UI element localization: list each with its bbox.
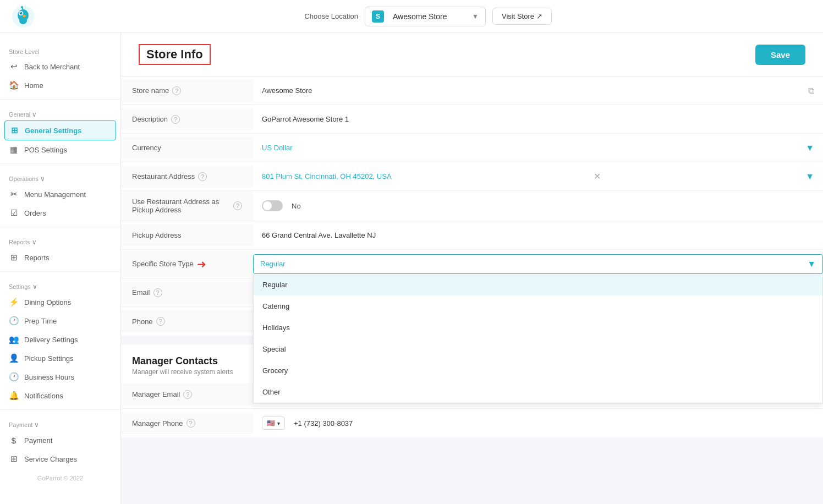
- restaurant-address-value-cell: 801 Plum St, Cincinnati, OH 45202, USA ✕…: [253, 165, 823, 188]
- manager-phone-value-cell: 🇺🇸 ▾ +1 (732) 300-8037: [253, 410, 823, 436]
- sidebar-home-label: Home: [24, 81, 43, 90]
- store-name-help-icon[interactable]: ?: [172, 86, 181, 95]
- content-header: Store Info Save: [121, 33, 823, 76]
- orders-icon: ☑: [9, 208, 19, 218]
- manager-phone-help-icon[interactable]: ?: [186, 419, 195, 428]
- dropdown-option-catering[interactable]: Catering: [254, 295, 822, 317]
- dropdown-option-grocery[interactable]: Grocery: [254, 360, 822, 381]
- sidebar-item-dining-options[interactable]: ⚡ Dining Options: [0, 293, 120, 311]
- sidebar-item-prep-time[interactable]: 🕐 Prep Time: [0, 311, 120, 330]
- sidebar-item-payment[interactable]: $ Payment: [0, 431, 120, 450]
- reports-chevron-icon: ∨: [32, 238, 37, 246]
- menu-icon: ✂: [9, 189, 19, 199]
- topbar-center: Choose Location S Awesome Store ▼ Visit …: [44, 7, 812, 26]
- store-name-value: Awesome Store: [262, 86, 312, 95]
- use-restaurant-address-toggle[interactable]: [262, 200, 283, 211]
- svg-point-8: [21, 6, 23, 8]
- dropdown-trigger[interactable]: Regular ▼: [253, 254, 823, 274]
- grid-icon: ⊞: [9, 125, 19, 135]
- operations-chevron-icon: ∨: [40, 175, 45, 183]
- dropdown-option-special[interactable]: Special: [254, 338, 822, 360]
- copy-icon[interactable]: ⧉: [808, 86, 814, 96]
- sidebar-pos-label: POS Settings: [24, 146, 67, 154]
- sidebar-item-home[interactable]: 🏠 Home: [0, 76, 120, 95]
- reports-icon: ⊞: [9, 253, 19, 262]
- restaurant-address-help-icon[interactable]: ?: [198, 172, 207, 181]
- flag-dropdown-icon: ▾: [277, 420, 280, 426]
- currency-label-cell: Currency: [121, 137, 253, 158]
- flag-emoji: 🇺🇸: [267, 419, 275, 427]
- description-help-icon[interactable]: ?: [171, 115, 180, 124]
- clear-icon[interactable]: ✕: [594, 171, 601, 182]
- sidebar-item-pos-settings[interactable]: ▦ POS Settings: [0, 140, 120, 159]
- sidebar-item-reports[interactable]: ⊞ Reports: [0, 248, 120, 267]
- sidebar-notifications-label: Notifications: [24, 392, 63, 400]
- sidebar-item-pickup-settings[interactable]: 👤 Pickup Settings: [0, 349, 120, 368]
- sidebar-menu-label: Menu Management: [24, 190, 86, 199]
- form-row-specific-store-type: Specific Store Type ➜ Regular ▼ Regular …: [121, 250, 823, 278]
- location-chevron-icon: ▼: [472, 13, 479, 20]
- phone-help-icon[interactable]: ?: [156, 317, 165, 326]
- dropdown-list: Regular Catering Holidays Special Grocer…: [253, 274, 823, 403]
- store-type-dropdown[interactable]: Regular ▼ Regular Catering Holidays Spec…: [253, 254, 823, 274]
- currency-value-cell[interactable]: US Dollar ▼: [253, 136, 823, 160]
- restaurant-address-value: 801 Plum St, Cincinnati, OH 45202, USA: [262, 172, 392, 180]
- dining-icon: ⚡: [9, 297, 19, 307]
- sidebar-dining-label: Dining Options: [24, 298, 71, 306]
- sidebar-general-settings-label: General Settings: [25, 127, 81, 135]
- sidebar-delivery-label: Delivery Settings: [24, 336, 78, 344]
- sidebar-divider-3: [0, 227, 120, 227]
- dropdown-option-other[interactable]: Other: [254, 381, 822, 403]
- main-layout: Store Level ↩ Back to Merchant 🏠 Home Ge…: [0, 33, 823, 504]
- sidebar-item-menu-management[interactable]: ✂ Menu Management: [0, 185, 120, 204]
- sidebar-footer: GoParrot © 2022: [0, 468, 120, 488]
- dropdown-option-regular[interactable]: Regular: [254, 274, 822, 295]
- sidebar-item-service-charges[interactable]: ⊞ Service Charges: [0, 450, 120, 468]
- location-select[interactable]: S Awesome Store ▼: [365, 7, 486, 26]
- phone-label: Phone: [132, 317, 153, 326]
- pos-icon: ▦: [9, 145, 19, 155]
- notification-icon: 🔔: [9, 391, 19, 401]
- svg-point-5: [20, 12, 21, 13]
- sidebar-item-orders[interactable]: ☑ Orders: [0, 204, 120, 222]
- sidebar-item-notifications[interactable]: 🔔 Notifications: [0, 386, 120, 405]
- sidebar-payment-label: Payment: [24, 436, 52, 445]
- sidebar-back-label: Back to Merchant: [24, 63, 80, 71]
- sidebar-item-back-to-merchant[interactable]: ↩ Back to Merchant: [0, 57, 120, 76]
- use-restaurant-address-value-cell: No: [253, 194, 823, 218]
- svg-point-2: [19, 18, 27, 24]
- service-charges-icon: ⊞: [9, 454, 19, 464]
- form-row-store-name: Store name ? Awesome Store ⧉: [121, 76, 823, 105]
- pickup-address-value: 66 Grand Central Ave. Lavallette NJ: [262, 231, 376, 239]
- sidebar-reports-label: Reports: [24, 254, 50, 262]
- sidebar-item-business-hours[interactable]: 🕐 Business Hours: [0, 368, 120, 386]
- delivery-icon: 👥: [9, 335, 19, 344]
- form-row-currency: Currency US Dollar ▼: [121, 134, 823, 162]
- phone-flag-selector[interactable]: 🇺🇸 ▾: [262, 417, 285, 430]
- prep-time-icon: 🕐: [9, 316, 19, 326]
- toggle-knob: [263, 201, 272, 210]
- save-button[interactable]: Save: [755, 45, 805, 65]
- email-help-icon[interactable]: ?: [153, 288, 162, 297]
- dropdown-option-holidays[interactable]: Holidays: [254, 317, 822, 338]
- sidebar-item-delivery-settings[interactable]: 👥 Delivery Settings: [0, 330, 120, 349]
- back-arrow-icon: ↩: [9, 62, 19, 72]
- manager-email-help-icon[interactable]: ?: [183, 390, 192, 399]
- use-address-help-icon[interactable]: ?: [233, 201, 242, 210]
- payment-section-label: Payment ∨: [0, 414, 120, 431]
- location-name: Awesome Store: [393, 12, 468, 21]
- form-row-manager-phone: Manager Phone ? 🇺🇸 ▾ +1 (732) 300-8037: [121, 409, 823, 437]
- form-row-pickup-address: Pickup Address 66 Grand Central Ave. Lav…: [121, 221, 823, 250]
- content-body: Store name ? Awesome Store ⧉ Description…: [121, 76, 823, 437]
- pickup-address-value-cell: 66 Grand Central Ave. Lavallette NJ: [253, 224, 823, 246]
- use-restaurant-address-label: Use Restaurant Address as Pickup Address: [132, 198, 230, 214]
- visit-store-button[interactable]: Visit Store ↗: [492, 8, 552, 25]
- general-chevron-icon: ∨: [32, 111, 37, 118]
- arrow-indicator: ➜: [197, 258, 206, 271]
- home-icon: 🏠: [9, 80, 19, 90]
- dropdown-selected-value: Regular: [260, 260, 807, 268]
- sidebar-item-general-settings[interactable]: ⊞ General Settings: [4, 120, 116, 140]
- currency-chevron-icon: ▼: [805, 143, 814, 153]
- manager-email-label-cell: Manager Email ?: [121, 384, 253, 406]
- pickup-icon: 👤: [9, 353, 19, 363]
